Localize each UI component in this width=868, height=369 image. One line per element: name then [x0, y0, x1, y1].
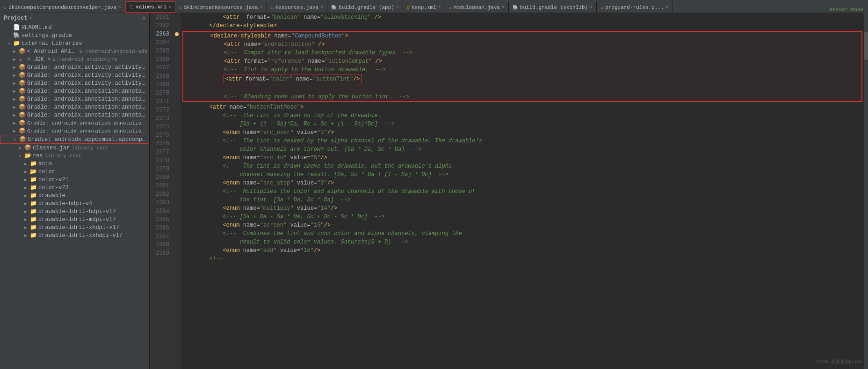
red-border-region: <declare-styleable name="CompoundButton"… [182, 31, 862, 102]
tree-arrow: ▶ [13, 89, 19, 94]
sidebar-item-gradle-annotation-110[interactable]: ▶ 📦 Gradle: androidx.annotation:annotati… [0, 95, 149, 103]
gradle-icon: 🐘 [331, 5, 337, 10]
line-num-2381: 2381 [150, 182, 173, 190]
item-label: Gradle: androidx.annotation:annotation:1… [27, 88, 147, 95]
tab-buildgradle-skinlib[interactable]: 🐘 build.gradle (skinlib) × [509, 1, 597, 13]
tree-arrow: ▶ [13, 104, 19, 110]
sidebar-item-gradle-activity-ktx[interactable]: ▶ 📦 Gradle: androidx.activity:activity-k… [0, 79, 149, 87]
sdk-icon: 📦 [19, 48, 26, 55]
sidebar-item-gradle-annotation-100[interactable]: ▶ 📦 Gradle: androidx.annotation:annotati… [0, 87, 149, 95]
tab-buildgradle-app[interactable]: 🐘 build.gradle (app) × [327, 1, 403, 13]
vertical-scrollbar[interactable] [864, 13, 868, 369]
jar-icon: 📦 [19, 119, 26, 126]
tab-label: build.gradle (skinlib) [520, 5, 588, 10]
code-line-2387: result to valid color values. Saturate(S… [182, 238, 862, 246]
jar-icon: 📦 [19, 127, 26, 134]
code-line-2381: <!-- Multiplies the color and alpha chan… [182, 187, 862, 196]
item-label: color-v21 [38, 177, 69, 183]
sidebar-item-res[interactable]: ▾ 📂 res library root [0, 152, 149, 160]
gutter-bookmark [175, 32, 179, 36]
tab-close[interactable]: × [396, 5, 399, 10]
line-num-2368: 2368 [150, 72, 173, 81]
tab-values[interactable]: ⬡ values.xml × [125, 1, 175, 13]
sidebar-item-drawable[interactable]: ▶ 📁 drawable [0, 192, 149, 199]
sidebar-item-color-v21[interactable]: ▶ 📁 color-v21 [0, 176, 149, 184]
sidebar-item-android-api[interactable]: ▶ 📦 < Android API 29 Platform > E:\Andro… [0, 47, 149, 55]
sidebar-item-classes-jar[interactable]: ▶ 📦 classes.jar library root [0, 144, 149, 152]
sidebar-item-anim[interactable]: ▶ 📁 anim [0, 160, 149, 168]
sidebar-item-external-libraries[interactable]: ▾ 📁 External Libraries [0, 39, 149, 47]
tab-label: ModuleBean.java [454, 5, 500, 10]
line-num-2376: 2376 [150, 140, 173, 148]
tab-label: Resources.java [275, 5, 318, 10]
reader-mode-button[interactable]: Reader Mode [825, 7, 868, 13]
tab-close[interactable]: × [168, 5, 171, 10]
settings-icon[interactable]: ⚙ [143, 15, 145, 21]
sidebar-item-drawable-ldrtl-hdpi[interactable]: ▶ 📁 drawable-ldrtl-hdpi-v17 [0, 207, 149, 215]
folder-icon: 📁 [30, 160, 37, 167]
sidebar-header: Project ▾ ⚙ [0, 13, 149, 23]
xml-icon: ⬡ [130, 4, 134, 10]
tab-skinresources[interactable]: ☕ SkinCompatResources.java × [175, 1, 267, 13]
item-label: settings.gradle [22, 32, 72, 39]
line-num-2387: 2387 [150, 232, 173, 241]
item-label: classes.jar [33, 145, 70, 151]
jar-icon: 📦 [19, 103, 26, 111]
tab-close[interactable]: × [260, 5, 263, 10]
sidebar-item-gradle-annotation-exp-100[interactable]: ▶ 📦 Gradle: androidx.annotation:annotati… [0, 119, 149, 127]
tab-proguard[interactable]: ☕ proguard-rules.p... × [597, 1, 673, 13]
sidebar-item-readme[interactable]: 📄 README.md [0, 23, 149, 31]
item-label: Gradle: androidx.annotation:annotation:1… [27, 104, 147, 111]
tab-close[interactable]: × [590, 5, 593, 10]
scrollbar-thumb[interactable] [864, 32, 868, 60]
tab-close[interactable]: × [438, 5, 441, 10]
item-label: drawable-hdpi-v4 [38, 200, 92, 207]
gradle-icon: 🐘 [513, 5, 518, 10]
sidebar-item-settings-gradle[interactable]: 🐘 settings.gradle [0, 31, 149, 39]
item-label: anim [38, 161, 52, 167]
sidebar-item-color-v23[interactable]: ▶ 📁 color-v23 [0, 184, 149, 192]
tab-skincompat[interactable]: ☕ SkinCompatCompoundButtonHelper.java × [0, 1, 125, 13]
sidebar-item-gradle-appcompat[interactable]: ▾ 📦 Gradle: androidx.appcompat:appcompat… [0, 135, 149, 144]
item-path: E:\Android\android-sdk [80, 49, 147, 54]
sidebar-item-gradle-activity-100[interactable]: ▶ 📦 Gradle: androidx.activity:activity:1… [0, 63, 149, 71]
folder-icon: 📁 [30, 184, 37, 191]
line-num-2385: 2385 [150, 215, 173, 224]
sidebar[interactable]: Project ▾ ⚙ 📄 README.md 🐘 settings.gradl… [0, 13, 150, 369]
line-num-2365: 2365 [150, 47, 173, 55]
tab-keep[interactable]: ⚙ keep.xml × [403, 1, 445, 13]
tab-modulebean[interactable]: ☕ ModuleBean.java × [445, 1, 509, 13]
sidebar-item-drawable-ldrtl-xxhdpi[interactable]: ▶ 📁 drawable-ldrtl-xxhdpi-v17 [0, 231, 149, 239]
sidebar-item-drawable-ldrtl-mdpi[interactable]: ▶ 📁 drawable-ldrtl-mdpi-v17 [0, 215, 149, 223]
folder-icon: 📁 [13, 40, 21, 47]
jar-icon: 📦 [19, 111, 26, 118]
tab-close[interactable]: × [666, 5, 669, 10]
line-num-2386: 2386 [150, 224, 173, 232]
item-label: Gradle: androidx.appcompat:appcompat:1.1… [28, 136, 147, 143]
tab-resources[interactable]: ☕ Resources.java × [267, 1, 327, 13]
sidebar-item-drawable-hdpi[interactable]: ▶ 📁 drawable-hdpi-v4 [0, 199, 149, 207]
sidebar-item-gradle-annotation-130[interactable]: ▶ 📦 Gradle: androidx.annotation:annotati… [0, 111, 149, 119]
sidebar-item-jdk[interactable]: ▶ ☕ < JDK > E:\android studio\jre [0, 55, 149, 63]
sidebar-item-color[interactable]: ▶ 📂 color [0, 168, 149, 176]
tab-close[interactable]: × [320, 5, 323, 10]
sidebar-item-gradle-activity-110[interactable]: ▶ 📦 Gradle: androidx.activity:activity:1… [0, 71, 149, 79]
sidebar-item-gradle-annotation-exp-110[interactable]: ▶ 📦 Gradle: androidx.annotation:annotati… [0, 127, 149, 135]
tree-arrow: ▶ [24, 225, 30, 230]
code-line-2382: the tint. [Sa * Da, Sc * Da] --> [182, 196, 862, 204]
keep-icon: ⚙ [407, 5, 410, 10]
sidebar-item-drawable-ldrtl-xhdpi[interactable]: ▶ 📁 drawable-ldrtl-xhdpi-v17 [0, 223, 149, 231]
tab-close[interactable]: × [502, 5, 505, 10]
tree-arrow: ▶ [24, 209, 30, 214]
item-label: Gradle: androidx.annotation:annotation:1… [27, 112, 147, 118]
tab-close[interactable]: × [118, 5, 121, 10]
code-line-2388: <enum name="add" value="16"/> [182, 246, 862, 255]
tree-arrow: ▶ [13, 96, 19, 102]
line-numbers: 2361 2362 2363 2364 2365 2366 2367 2368 … [150, 13, 173, 369]
code-line-2369 [183, 84, 861, 93]
line-num-2366: 2366 [150, 55, 173, 64]
java-icon: ☕ [4, 5, 7, 10]
sidebar-item-gradle-annotation-120[interactable]: ▶ 📦 Gradle: androidx.annotation:annotati… [0, 103, 149, 111]
code-content[interactable]: <attr format="boolean" name="allowStacki… [181, 13, 864, 369]
project-dropdown-icon[interactable]: ▾ [29, 15, 32, 21]
